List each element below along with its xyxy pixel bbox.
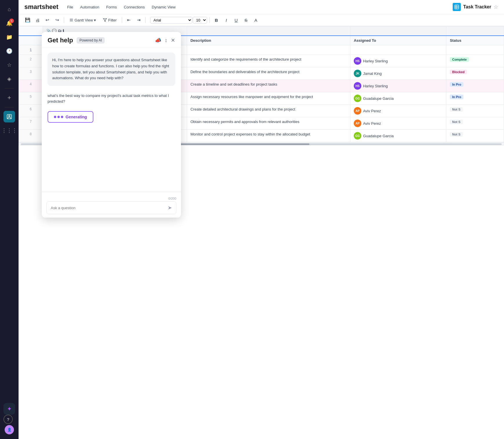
status-cell[interactable]: [446, 45, 504, 55]
toolbar-sep-4: [209, 17, 210, 23]
ai-close-icon[interactable]: ✕: [171, 37, 175, 44]
status-badge: Blocked: [450, 70, 467, 74]
generating-button[interactable]: Generating: [48, 111, 93, 123]
nav-connections[interactable]: Connections: [124, 4, 145, 10]
question-icon[interactable]: ?: [3, 415, 13, 424]
user-name: Aviv Perez: [363, 121, 381, 126]
assigned-col-header[interactable]: Assigned To: [350, 36, 446, 45]
nav-file[interactable]: File: [67, 4, 73, 10]
favorite-star-icon[interactable]: ☆: [494, 4, 498, 10]
status-badge: Not S: [450, 132, 463, 137]
ai-resize-icon[interactable]: ↕: [165, 37, 167, 44]
nav-forms[interactable]: Forms: [106, 4, 117, 10]
generating-container: Generating: [48, 111, 175, 123]
nav-dynamic-view[interactable]: Dynamic View: [152, 4, 175, 10]
person-icon[interactable]: [3, 111, 15, 122]
font-controls: Arial Helvetica Times New Roman 10 11 12…: [150, 17, 207, 24]
status-badge: Not S: [450, 107, 463, 112]
star-nav-icon[interactable]: ☆: [3, 59, 15, 71]
assigned-cell: AP Aviv Perez: [350, 105, 446, 117]
logo: smartsheet: [24, 3, 58, 11]
status-cell[interactable]: Not S: [446, 130, 504, 142]
description-cell: Create a timeline and set deadlines for …: [187, 80, 350, 92]
status-cell[interactable]: In Pro: [446, 92, 504, 105]
user-avatar[interactable]: 👤: [5, 425, 14, 434]
redo-button[interactable]: ↪: [53, 16, 61, 24]
send-icon: ➤: [168, 205, 172, 211]
diamond-icon[interactable]: ◈: [3, 73, 15, 85]
ai-panel-header: Get help Powered by AI 📣 ↕ ✕: [42, 32, 181, 48]
generating-label: Generating: [66, 115, 87, 119]
description-cell: Create detailed architectural drawings a…: [187, 105, 350, 117]
user-message: what's the best way to compare my projec…: [48, 91, 175, 106]
user-avatar-icon[interactable]: 👤: [3, 424, 15, 436]
folder-icon[interactable]: 📁: [3, 31, 15, 43]
svg-point-1: [9, 115, 10, 117]
indent-right-button[interactable]: ⇥: [134, 16, 143, 24]
toolbar: 💾 🖨 ↩ ↪ Gantt View ▾ Filter ⇤ ⇥ Arial: [19, 14, 504, 26]
dot-2: [57, 116, 60, 118]
user-avatar-circle: HS: [354, 82, 361, 90]
sheet-area: 📎 💬 🗂 ℹ Task Description Assigned To Sta…: [19, 26, 504, 439]
row-number-cell: 3: [19, 67, 43, 80]
ai-header-actions: 📣 ↕ ✕: [155, 37, 175, 44]
sparkle-icon[interactable]: ✦: [3, 403, 15, 415]
status-cell[interactable]: Complete: [446, 55, 504, 67]
font-size-select[interactable]: 10 11 12 14: [193, 17, 207, 24]
status-badge: In Pro: [450, 82, 463, 87]
sheet-title-icon: [453, 3, 461, 11]
indent-left-button[interactable]: ⇤: [124, 16, 133, 24]
underline-button[interactable]: U: [232, 16, 240, 24]
ai-megaphone-icon[interactable]: 📣: [155, 37, 161, 44]
ai-send-button[interactable]: ➤: [168, 205, 172, 211]
assigned-user: AP Aviv Perez: [354, 107, 443, 115]
assigned-user: HS Harley Sterling: [354, 57, 443, 65]
status-icon-header: [446, 26, 504, 36]
row-number-cell: 1: [19, 45, 43, 55]
gantt-view-button[interactable]: Gantt View ▾: [66, 17, 99, 24]
status-cell[interactable]: Not S: [446, 105, 504, 117]
status-cell[interactable]: Blocked: [446, 67, 504, 80]
main-content: smartsheet File Automation Forms Connect…: [19, 0, 504, 439]
strikethrough-button[interactable]: S: [242, 16, 250, 24]
row-number-cell: 2: [19, 55, 43, 67]
status-badge: In Pro: [450, 95, 463, 99]
history-icon[interactable]: 🕐: [3, 45, 15, 57]
status-badge: Complete: [450, 57, 469, 62]
description-cell: Assign necessary resources like manpower…: [187, 92, 350, 105]
char-count: 0/200: [46, 196, 176, 201]
ai-message-bubble: Hi, I'm here to help you answer your que…: [48, 53, 175, 86]
nav-automation[interactable]: Automation: [80, 4, 99, 10]
print-button[interactable]: 🖨: [33, 16, 42, 24]
assigned-cell: JK Jamal King: [350, 67, 446, 80]
plus-icon[interactable]: +: [3, 92, 15, 104]
sheet-title: Task Tracker ☆: [453, 3, 498, 11]
text-color-button[interactable]: A: [251, 16, 260, 24]
assigned-cell: HS Harley Sterling: [350, 55, 446, 67]
filter-button[interactable]: Filter: [100, 17, 119, 24]
description-col-header[interactable]: Description: [187, 36, 350, 45]
notification-icon[interactable]: 🔔 6: [3, 17, 15, 29]
undo-button[interactable]: ↩: [43, 16, 52, 24]
save-button[interactable]: 💾: [23, 16, 32, 24]
assigned-user: HS Harley Sterling: [354, 82, 443, 90]
bold-button[interactable]: B: [212, 16, 221, 24]
user-name: Aviv Perez: [363, 109, 381, 113]
row-num-header: [19, 26, 43, 36]
row-number-cell: 7: [19, 117, 43, 130]
toolbar-sep-1: [64, 17, 64, 23]
user-avatar-circle: AP: [354, 120, 361, 127]
toolbar-sep-3: [145, 17, 146, 23]
nav-menu: File Automation Forms Connections Dynami…: [67, 4, 175, 10]
sidebar: ⌂ 🔔 6 📁 🕐 ☆ ◈ + ⋮⋮⋮ ✦ ? 👤: [0, 0, 19, 439]
font-family-select[interactable]: Arial Helvetica Times New Roman: [150, 17, 192, 24]
home-icon[interactable]: ⌂: [3, 3, 15, 15]
grid-icon[interactable]: ⋮⋮⋮: [3, 125, 15, 136]
description-cell: Obtain necessary permits and approvals f…: [187, 117, 350, 130]
sidebar-bottom: ✦ ? 👤: [3, 403, 15, 436]
status-col-header[interactable]: Status: [446, 36, 504, 45]
status-cell[interactable]: Not S: [446, 117, 504, 130]
ai-input-field[interactable]: [51, 206, 165, 210]
italic-button[interactable]: I: [222, 16, 231, 24]
status-cell[interactable]: In Pro: [446, 80, 504, 92]
